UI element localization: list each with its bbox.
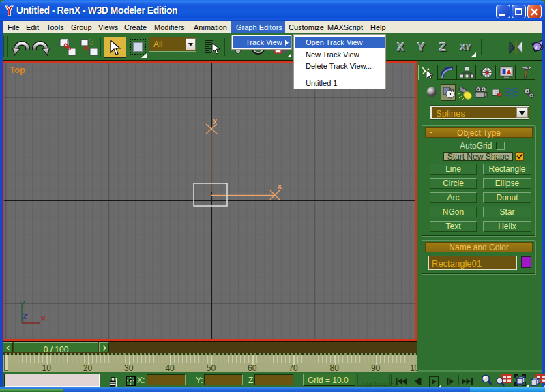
svg-text:y: y	[213, 116, 218, 124]
svg-text:x: x	[278, 182, 282, 190]
